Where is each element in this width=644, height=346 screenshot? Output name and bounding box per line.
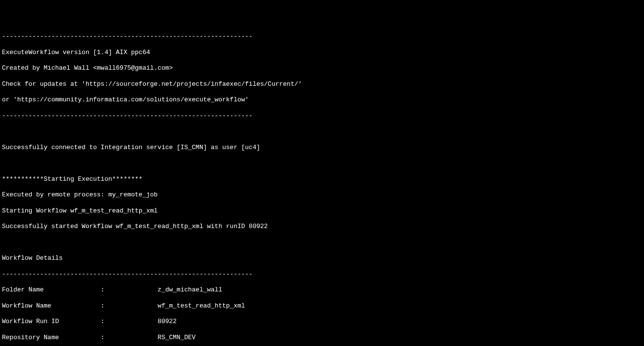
success-start: Successfully started Workflow wf_m_test_…: [2, 223, 642, 231]
terminal-output: ----------------------------------------…: [2, 33, 642, 346]
version-line: ExecuteWorkflow version [1.4] AIX ppc64: [2, 49, 642, 57]
check-updates: Check for updates at 'https://sourceforg…: [2, 80, 642, 88]
connection-status: Successfully connected to Integration se…: [2, 144, 642, 152]
blank: [2, 128, 642, 135]
divider: ----------------------------------------…: [2, 33, 642, 40]
workflow-details-title: Workflow Details: [2, 254, 642, 262]
starting-workflow: Starting Workflow wf_m_test_read_http_xm…: [2, 207, 642, 215]
detail-row: Workflow Name : wf_m_test_read_http_xml: [2, 302, 642, 310]
created-by: Created by Michael Wall <mwall6975@gmail…: [2, 64, 642, 72]
detail-row: Folder Name : z_dw_michael_wall: [2, 286, 642, 294]
blank: [2, 159, 642, 167]
detail-row: Workflow Run ID : 80922: [2, 318, 642, 326]
divider: ----------------------------------------…: [2, 112, 642, 120]
blank: [2, 239, 642, 247]
detail-row: Repository Name : RS_CMN_DEV: [2, 334, 642, 342]
alt-url: or 'https://community.informatica.com/so…: [2, 96, 642, 104]
divider: ----------------------------------------…: [2, 270, 642, 278]
executed-by: Executed by remote process: my_remote_jo…: [2, 191, 642, 199]
execution-banner: ***********Starting Execution********: [2, 175, 642, 183]
